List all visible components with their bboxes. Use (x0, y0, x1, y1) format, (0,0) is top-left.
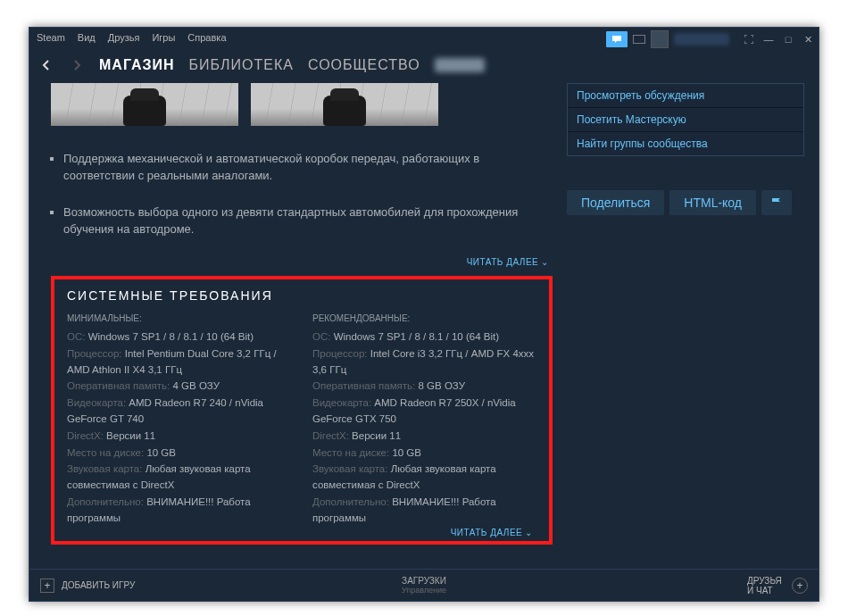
nav-profile-blurred[interactable] (435, 58, 485, 72)
steam-client-window: Steam Вид Друзья Игры Справка — □ ✕ МАГА… (29, 27, 819, 602)
link-discussions[interactable]: Просмотреть обсуждения (568, 84, 803, 108)
menu-help[interactable]: Справка (187, 32, 226, 43)
nav-forward-button[interactable] (69, 57, 85, 73)
username[interactable] (674, 33, 729, 46)
req-label: Процессор: (312, 348, 368, 359)
sysreq-recommended: РЕКОМЕНДОВАННЫЕ: ОС: Windows 7 SP1 / 8 /… (312, 312, 536, 527)
link-groups[interactable]: Найти группы сообщества (568, 132, 803, 155)
req-label: DirectX: (67, 430, 104, 441)
req-label: Оперативная память: (67, 380, 170, 391)
req-label: Видеокарта: (67, 397, 126, 408)
messages-button[interactable] (606, 31, 628, 47)
menubar: Steam Вид Друзья Игры Справка — □ ✕ (29, 28, 819, 47)
community-links: Просмотреть обсуждения Посетить Мастерск… (567, 83, 804, 156)
req-value: Версии 11 (106, 430, 155, 441)
top-nav: МАГАЗИН БИБЛИОТЕКА СООБЩЕСТВО (29, 47, 819, 83)
req-label: ОС: (67, 331, 85, 342)
feature-list: Поддержка механической и автоматической … (51, 151, 553, 237)
nav-community[interactable]: СООБЩЕСТВО (308, 57, 420, 73)
maximize-icon[interactable]: □ (783, 34, 794, 45)
side-column: Просмотреть обсуждения Посетить Мастерск… (567, 83, 804, 565)
read-more-sysreq[interactable]: ЧИТАТЬ ДАЛЕЕ (67, 528, 536, 537)
req-label: Оперативная память: (312, 380, 415, 391)
req-label: Процессор: (67, 348, 122, 359)
menu-games[interactable]: Игры (152, 32, 175, 43)
req-value: 10 GB (146, 447, 176, 458)
menu-steam[interactable]: Steam (37, 32, 65, 43)
min-header: МИНИМАЛЬНЫЕ: (67, 312, 291, 326)
read-more-link[interactable]: ЧИТАТЬ ДАЛЕЕ (51, 257, 553, 267)
downloads-label: ЗАГРУЗКИ (402, 576, 446, 586)
req-label: Звуковая карта: (67, 463, 142, 474)
report-button[interactable] (761, 190, 792, 215)
window-controls: — □ ✕ (744, 34, 813, 45)
sysreq-title: СИСТЕМНЫЕ ТРЕБОВАНИЯ (67, 288, 536, 303)
req-label: ОС: (312, 331, 330, 342)
req-label: DirectX: (312, 430, 349, 441)
system-requirements-box: СИСТЕМНЫЕ ТРЕБОВАНИЯ МИНИМАЛЬНЫЕ: ОС: Wi… (51, 276, 553, 544)
rec-header: РЕКОМЕНДОВАННЫЕ: (312, 312, 536, 326)
friends-chat-label[interactable]: ДРУЗЬЯ И ЧАТ (747, 576, 785, 595)
req-label: Место на диске: (67, 447, 144, 458)
close-icon[interactable]: ✕ (802, 34, 813, 45)
req-label: Звуковая карта: (312, 463, 387, 474)
screenshot-row (51, 83, 553, 126)
user-avatar[interactable] (651, 30, 669, 48)
req-value: Windows 7 SP1 / 8 / 8.1 / 10 (64 Bit) (88, 331, 254, 342)
bottom-bar: + ДОБАВИТЬ ИГРУ ЗАГРУЗКИ Управление ДРУЗ… (29, 569, 819, 601)
share-button[interactable]: Поделиться (567, 190, 664, 215)
nav-back-button[interactable] (38, 57, 54, 73)
friends-chat-icon[interactable]: + (792, 578, 808, 594)
minimize-icon[interactable]: — (763, 34, 774, 45)
feature-item: Поддержка механической и автоматической … (63, 151, 553, 185)
add-game-label[interactable]: ДОБАВИТЬ ИГРУ (62, 580, 135, 590)
req-value: 8 GB ОЗУ (419, 380, 465, 391)
screenshot-2[interactable] (251, 83, 438, 126)
fullscreen-icon[interactable] (744, 34, 754, 45)
req-label: Дополнительно: (67, 496, 144, 507)
downloads-status[interactable]: ЗАГРУЗКИ Управление (402, 576, 446, 595)
menu-friends[interactable]: Друзья (108, 32, 140, 43)
req-label: Видеокарта: (312, 397, 371, 408)
main-column: Поддержка механической и автоматической … (51, 83, 553, 565)
html-code-button[interactable]: HTML-код (669, 190, 756, 215)
menu-view[interactable]: Вид (78, 32, 96, 43)
req-value: Версии 11 (352, 430, 401, 441)
manage-label: Управление (402, 586, 446, 595)
req-value: 10 GB (392, 447, 421, 458)
inbox-icon[interactable] (633, 35, 645, 44)
req-value: Windows 7 SP1 / 8 / 8.1 / 10 (64 Bit) (334, 331, 499, 342)
feature-item: Возможность выбора одного из девяти стан… (63, 204, 553, 238)
link-workshop[interactable]: Посетить Мастерскую (568, 108, 803, 132)
nav-library[interactable]: БИБЛИОТЕКА (189, 57, 294, 73)
screenshot-1[interactable] (51, 83, 238, 126)
req-label: Место на диске: (312, 447, 389, 458)
sysreq-minimum: МИНИМАЛЬНЫЕ: ОС: Windows 7 SP1 / 8 / 8.1… (67, 312, 291, 527)
req-label: Дополнительно: (312, 496, 389, 507)
req-value: 4 GB ОЗУ (173, 380, 220, 391)
nav-store[interactable]: МАГАЗИН (99, 57, 175, 73)
add-game-icon[interactable]: + (40, 579, 54, 593)
